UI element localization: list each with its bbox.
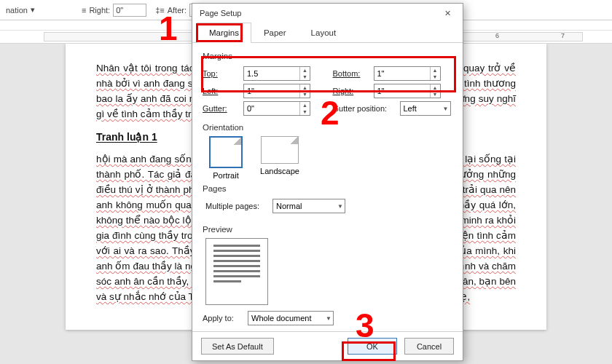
indent-right-icon: ≡	[82, 6, 86, 15]
multiple-pages-label: Multiple pages:	[205, 202, 268, 210]
close-icon: ✕	[444, 9, 451, 17]
multiple-pages-dropdown[interactable]: Normal▼	[272, 199, 345, 213]
orientation-group-label: Orientation	[203, 123, 452, 132]
gutter-position-label: Gutter position:	[333, 104, 396, 113]
spacing-after-icon: ‡≡	[155, 6, 165, 15]
tab-layout[interactable]: Layout	[299, 23, 349, 43]
indent-right-input[interactable]: 0"	[113, 4, 146, 17]
chevron-down-icon: ▾	[31, 5, 35, 15]
dialog-footer: Set As Default OK Cancel	[192, 331, 463, 360]
spinner-up-icon[interactable]: ▲	[300, 67, 310, 74]
gutter-position-dropdown[interactable]: Left▼	[400, 101, 451, 116]
apply-to-dropdown[interactable]: Whole document▼	[248, 311, 334, 325]
landscape-icon	[261, 136, 299, 164]
spinner-up-icon[interactable]: ▲	[431, 84, 440, 91]
margin-left-label: Left:	[203, 87, 239, 95]
margin-top-label: Top:	[203, 69, 239, 78]
tab-paper[interactable]: Paper	[251, 23, 299, 43]
spacing-after-label: After:	[168, 6, 187, 15]
spinner-down-icon[interactable]: ▼	[300, 91, 310, 98]
chevron-down-icon: ▼	[337, 203, 343, 210]
dialog-tabs: Margins Paper Layout	[192, 22, 463, 43]
margin-bottom-input[interactable]: 1"▲▼	[374, 66, 441, 81]
portrait-icon	[209, 136, 243, 168]
margin-right-label: Right:	[333, 87, 369, 95]
chevron-down-icon: ▼	[443, 106, 449, 112]
margins-group-label: Margins	[203, 52, 452, 60]
margin-top-input[interactable]: 1.5▲▼	[243, 66, 310, 81]
ruler-tick: 7	[561, 32, 565, 39]
gutter-input[interactable]: 0"▲▼	[243, 101, 310, 116]
nation-label: nation	[6, 6, 28, 15]
cancel-button[interactable]: Cancel	[404, 338, 454, 355]
spinner-up-icon[interactable]: ▲	[431, 67, 440, 74]
indent-right-control[interactable]: ≡ Right: 0"	[82, 4, 146, 17]
ruler-tick: 6	[495, 32, 499, 39]
preview-group-label: Preview	[203, 225, 452, 234]
spinner-up-icon[interactable]: ▲	[300, 84, 310, 91]
spinner-down-icon[interactable]: ▼	[431, 74, 440, 80]
apply-to-label: Apply to:	[203, 314, 243, 323]
margin-right-input[interactable]: 1"▲▼	[374, 84, 441, 98]
spinner-down-icon[interactable]: ▼	[300, 74, 310, 80]
orientation-landscape[interactable]: Landscape	[259, 136, 300, 180]
pages-group-label: Pages	[203, 184, 452, 193]
dialog-title: Page Setup	[200, 9, 242, 17]
margin-bottom-label: Bottom:	[333, 69, 369, 78]
spinner-up-icon[interactable]: ▲	[300, 102, 310, 108]
page-setup-dialog: Page Setup ✕ Margins Paper Layout Margin…	[192, 3, 463, 361]
set-as-default-button[interactable]: Set As Default	[201, 338, 274, 355]
margin-left-input[interactable]: 1"▲▼	[243, 84, 310, 98]
pagination-dropdown[interactable]: nation ▾	[6, 5, 35, 15]
close-button[interactable]: ✕	[436, 7, 458, 18]
orientation-portrait[interactable]: Portrait	[205, 136, 246, 180]
ok-button[interactable]: OK	[348, 338, 397, 355]
preview-thumbnail	[205, 238, 268, 305]
spinner-down-icon[interactable]: ▼	[300, 108, 310, 115]
indent-right-label: Right:	[89, 6, 110, 15]
chevron-down-icon: ▼	[326, 315, 332, 322]
gutter-label: Gutter:	[203, 104, 239, 113]
spinner-down-icon[interactable]: ▼	[431, 91, 440, 98]
dialog-titlebar[interactable]: Page Setup ✕	[192, 4, 463, 22]
tab-margins[interactable]: Margins	[197, 23, 251, 43]
